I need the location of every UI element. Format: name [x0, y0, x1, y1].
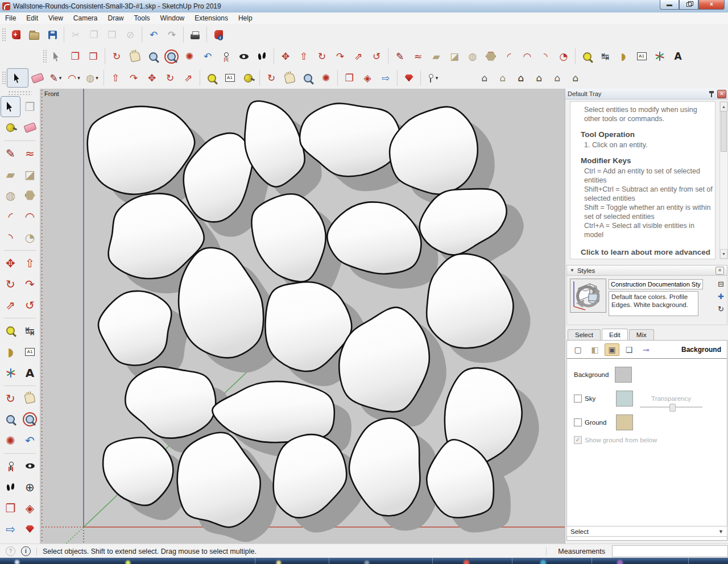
three-d-warehouse-button[interactable]: ❐	[340, 69, 358, 87]
pan-tool[interactable]	[126, 47, 144, 65]
arc-tool[interactable]: ◜	[1, 206, 20, 227]
offset-tool[interactable]: ↷	[125, 69, 143, 87]
extension-warehouse-button[interactable]: ◈	[358, 69, 377, 87]
background-settings-button[interactable]: ▣	[605, 343, 619, 356]
info-icon[interactable]: i	[21, 546, 31, 556]
position-camera-tool[interactable]	[217, 47, 235, 65]
zoom-extents-button[interactable]: ✺	[1, 430, 20, 451]
eraser-tool[interactable]	[20, 117, 40, 138]
face-settings-button[interactable]: ◧	[588, 343, 602, 356]
text-tool[interactable]	[20, 341, 40, 362]
rotate-tool[interactable]: ↻	[1, 273, 20, 295]
previous-view-button[interactable]: ↶	[20, 430, 40, 451]
menu-tools[interactable]: Tools	[129, 13, 155, 23]
circle-tool[interactable]: ◍	[464, 47, 482, 65]
three-d-text-tool[interactable]: A	[20, 362, 40, 383]
windows-taskbar[interactable]	[0, 558, 728, 564]
extension-manager-button[interactable]	[20, 519, 40, 540]
walk-tool[interactable]	[253, 47, 271, 65]
zoom-tool[interactable]	[144, 47, 162, 65]
orbit-tool[interactable]: ↻	[107, 47, 126, 65]
show-ground-checkbox[interactable]: ✓	[574, 436, 582, 444]
orbit-tool[interactable]: ↻	[262, 69, 280, 87]
save-button[interactable]	[43, 26, 61, 44]
arc-tool[interactable]: ◜	[500, 47, 518, 65]
select-tool[interactable]	[7, 68, 28, 88]
line-tool[interactable]: ✎▾	[47, 69, 65, 87]
eraser-tool[interactable]	[28, 69, 47, 87]
extension-manager-button[interactable]	[400, 69, 418, 87]
scale-tool[interactable]: ⇗	[349, 47, 367, 65]
offset-tool[interactable]: ↺	[367, 47, 386, 65]
tape-measure-tool[interactable]	[578, 47, 596, 65]
new-file-button[interactable]	[7, 26, 25, 44]
view-right-button[interactable]: ⌂	[530, 69, 548, 87]
measurements-input[interactable]	[612, 545, 728, 557]
styles-panel-header[interactable]: ▼ Styles ✕	[566, 265, 727, 276]
stone[interactable]	[427, 254, 513, 348]
dimension-tool[interactable]: ↹	[596, 47, 614, 65]
send-to-layout-button[interactable]: ⇨	[1, 519, 20, 540]
make-component-button[interactable]: ❒	[20, 96, 40, 117]
zoom-extents-button[interactable]: ✺	[180, 47, 198, 65]
rotated-rectangle-tool[interactable]: ◪	[445, 47, 464, 65]
view-front-button[interactable]: ⌂	[512, 69, 530, 87]
minimize-button[interactable]: ▬	[660, 0, 679, 10]
polygon-tool[interactable]	[20, 185, 40, 206]
two-point-arc-tool[interactable]: ◠	[20, 206, 40, 227]
tab-edit[interactable]: Edit	[602, 329, 628, 340]
pan-tool[interactable]	[280, 69, 299, 87]
menu-file[interactable]: File	[0, 13, 21, 23]
view-back-button[interactable]: ⌂	[548, 69, 566, 87]
scale-tool[interactable]: ⇗	[179, 69, 197, 87]
instructor-learn-more-link[interactable]: Click to learn about more advanced opera…	[581, 247, 713, 259]
stone[interactable]	[125, 367, 216, 438]
offset-tool[interactable]: ↺	[20, 295, 40, 316]
text-tool[interactable]	[221, 69, 239, 87]
push-pull-tool[interactable]: ⇧	[295, 47, 313, 65]
freehand-tool[interactable]: ≈	[20, 143, 40, 164]
geolocation-icon[interactable]: ?	[6, 546, 15, 556]
sky-color-swatch[interactable]	[616, 391, 633, 407]
zoom-window-tool[interactable]	[20, 409, 40, 430]
rectangle-tool[interactable]: ▰	[427, 47, 445, 65]
slider-thumb[interactable]	[669, 404, 676, 412]
view-iso-button[interactable]: ⌂	[475, 69, 494, 87]
pan-tool[interactable]	[20, 388, 40, 409]
cut-button[interactable]: ✂	[67, 26, 85, 44]
tray-close-icon[interactable]: ✕	[717, 90, 726, 98]
account-button[interactable]: ▾	[423, 69, 441, 87]
line-tool[interactable]: ✎	[1, 143, 20, 164]
chevron-down-icon[interactable]: ▼	[718, 529, 723, 534]
stone[interactable]	[251, 194, 325, 281]
axes-tool[interactable]	[651, 47, 669, 65]
ground-color-swatch[interactable]	[616, 414, 633, 430]
axes-tool[interactable]	[1, 362, 20, 383]
arc-tool[interactable]: ◠▾	[65, 69, 83, 87]
dropdown-caret-icon[interactable]: ▾	[77, 75, 80, 81]
modeling-settings-button[interactable]: ⊸	[639, 343, 653, 356]
menu-extensions[interactable]: Extensions	[189, 13, 233, 23]
share-component-button[interactable]: ❒	[84, 47, 102, 65]
restore-button[interactable]	[679, 0, 698, 10]
menu-camera[interactable]: Camera	[68, 13, 103, 23]
select-tool[interactable]	[1, 96, 20, 117]
print-button[interactable]	[186, 26, 204, 44]
menu-window[interactable]: Window	[155, 13, 190, 23]
style-thumbnail[interactable]	[570, 279, 606, 313]
tab-select[interactable]: Select	[568, 329, 601, 341]
look-around-tool[interactable]	[235, 47, 253, 65]
stone[interactable]	[98, 291, 171, 366]
move-tool[interactable]: ✥	[143, 69, 161, 87]
protractor-tool[interactable]: ◗	[1, 341, 20, 362]
collapse-icon[interactable]: ▼	[570, 268, 574, 273]
three-point-arc-tool[interactable]: ◝	[536, 47, 555, 65]
three-point-arc-tool[interactable]: ◝	[1, 227, 20, 248]
menu-draw[interactable]: Draw	[103, 13, 129, 23]
create-style-button[interactable]: ✚	[716, 292, 726, 301]
rotated-rectangle-tool[interactable]: ◪	[20, 164, 40, 185]
paint-bucket-tool[interactable]	[1, 117, 20, 138]
extension-warehouse-button[interactable]: ◈	[20, 497, 40, 519]
edge-settings-button[interactable]: ▢	[570, 343, 585, 356]
model-viewport[interactable]: Front	[40, 89, 565, 544]
